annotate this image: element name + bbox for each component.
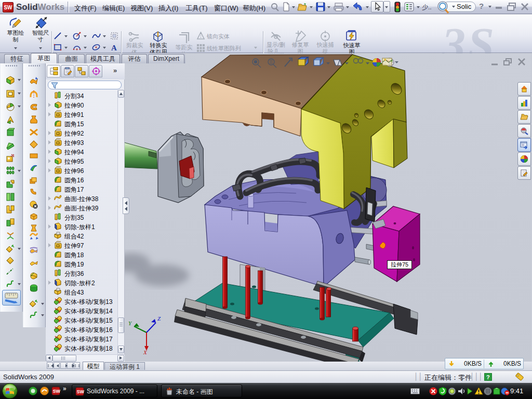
svg-text:Y: Y	[128, 320, 132, 326]
svg-text:A: A	[111, 44, 117, 51]
svg-text:SW: SW	[53, 389, 61, 394]
svg-text:?: ?	[486, 374, 490, 380]
svg-text:X: X	[143, 349, 148, 355]
svg-text:SW: SW	[77, 389, 85, 394]
svg-text:Z: Z	[157, 315, 161, 322]
